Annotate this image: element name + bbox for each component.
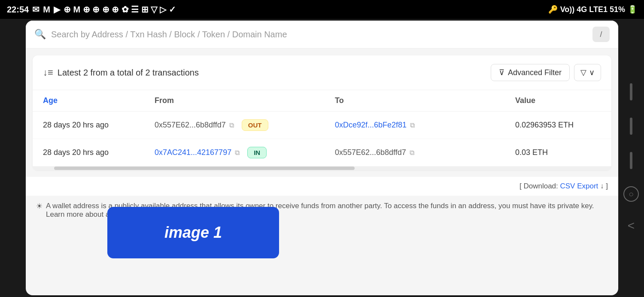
filter-icon: ▽ [580,68,586,77]
side-pill-2 [630,118,632,135]
sort-icon: ↓≡ [43,67,53,78]
row2-to: 0x557E62...6b8dffd7 ⧉ [335,148,515,157]
row1-badge: OUT [242,119,268,131]
advanced-filter-label: Advanced Filter [508,68,562,77]
info-icon: ☀ [36,202,43,211]
gmail-icon: M [43,5,50,15]
message-icon: ✉ [32,4,39,15]
search-input[interactable]: Search by Address / Txn Hash / Block / T… [51,30,587,39]
row1-age: 28 days 20 hrs ago [43,121,155,130]
download-end: ↓ ] [600,182,608,190]
col-to: To [335,96,515,105]
advanced-filter-icon: ⊽ [499,68,504,77]
download-label: [ Download: [519,182,558,190]
side-nav-right: ○ < [618,19,644,297]
status-right: 🔑 Vo)) 4G LTE1 51% 🔋 [548,5,637,14]
col-value: Value [515,96,601,105]
card-header: ↓≡ Latest 2 from a total of 2 transactio… [33,55,611,90]
search-icon: 🔍 [34,29,46,40]
row2-from[interactable]: 0x7AC241...42167797 ⧉ IN [155,147,335,158]
copy-to-icon[interactable]: ⧉ [410,121,415,129]
advanced-filter-button[interactable]: ⊽ Advanced Filter [491,64,570,81]
copy-from-icon[interactable]: ⧉ [229,121,234,129]
col-age[interactable]: Age [43,96,155,105]
copy-from2-icon[interactable]: ⧉ [235,149,240,157]
row1-to[interactable]: 0xDce92f...6bFe2f81 ⧉ [335,121,515,130]
tx-count-label: ↓≡ Latest 2 from a total of 2 transactio… [43,67,199,78]
header-actions: ⊽ Advanced Filter ▽ ∨ [491,64,601,81]
footer-row: [ Download: CSV Export ↓ ] [26,177,618,196]
col-from: From [155,96,335,105]
scroll-thumb[interactable] [54,167,355,170]
youtube-icon: ▶ [54,4,60,15]
tx-count-text: Latest 2 from a total of 2 transactions [58,68,199,78]
status-bar: 22:54 ✉ M ▶ ⊕ M ⊕ ⊕ ⊕ ⊕ ✿ ☰ ⊞ ▽ ▷ ✓ 🔑 Vo… [0,0,644,19]
promo-text: image 1 [164,224,222,242]
promo-banner: image 1 [107,207,279,258]
row2-age: 28 days 20 hrs ago [43,148,155,157]
signal-label: Vo)) 4G LTE1 51% [560,5,625,14]
side-pill-3 [630,152,632,169]
search-slash-button[interactable]: / [592,27,610,42]
search-bar: 🔍 Search by Address / Txn Hash / Block /… [26,21,618,48]
table-header: Age From To Value [33,90,611,112]
side-circle: ○ [623,186,639,202]
row1-value: 0.02963953 ETH [515,121,601,130]
key-icon: 🔑 [548,5,558,14]
table-row: 28 days 20 hrs ago 0x557E62...6b8dffd7 ⧉… [33,112,611,139]
status-time: 22:54 [7,5,29,15]
side-pill-1 [630,83,632,100]
scroll-bar[interactable] [33,167,611,170]
row1-from: 0x557E62...6b8dffd7 ⧉ OUT [155,119,335,131]
copy-to2-icon[interactable]: ⧉ [410,149,414,157]
dropdown-chevron-icon: ∨ [589,68,595,77]
row2-value: 0.03 ETH [515,148,601,157]
status-left: 22:54 ✉ M ▶ ⊕ M ⊕ ⊕ ⊕ ⊕ ✿ ☰ ⊞ ▽ ▷ ✓ [7,4,176,15]
filter-dropdown-button[interactable]: ▽ ∨ [574,64,601,81]
side-chevron-icon[interactable]: < [628,219,635,233]
transaction-card: ↓≡ Latest 2 from a total of 2 transactio… [33,55,611,170]
row2-badge: IN [247,147,267,158]
csv-export-link[interactable]: CSV Export [560,182,598,190]
table-row: 28 days 20 hrs ago 0x7AC241...42167797 ⧉… [33,139,611,167]
app-icons: ⊕ M ⊕ ⊕ ⊕ ⊕ ✿ ☰ ⊞ ▽ ▷ ✓ [64,4,176,15]
battery-icon: 🔋 [628,5,637,14]
